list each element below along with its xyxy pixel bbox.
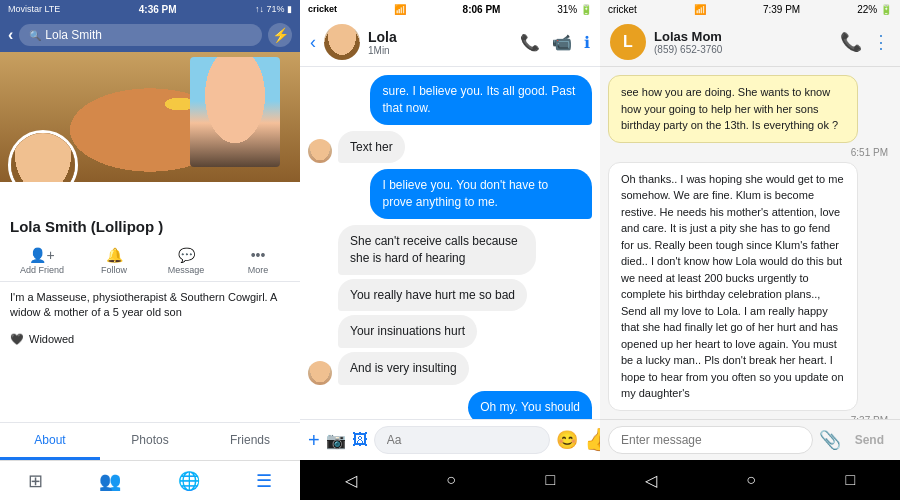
sms-input-field[interactable] [608, 426, 813, 454]
home-icon[interactable]: ⊞ [28, 470, 43, 492]
fb-status-bar: Movistar LTE 4:36 PM ↑↓ 71% ▮ [0, 0, 300, 18]
msg-battery-icon: 31% 🔋 [557, 4, 592, 15]
msg-header-actions: 📞 📹 ℹ [520, 33, 590, 52]
sms-contact-info: Lolas Mom (859) 652-3760 [654, 29, 832, 55]
send-button[interactable]: Send [847, 429, 892, 451]
msg-contact-status: 1Min [368, 45, 512, 56]
fb-bio: I'm a Masseuse, physiotherapist & Southe… [0, 282, 300, 329]
tab-friends[interactable]: Friends [200, 423, 300, 460]
table-row: Oh my. You should [308, 391, 592, 419]
sms-recents-nav-icon[interactable]: □ [846, 471, 856, 489]
sms-header: L Lolas Mom (859) 652-3760 📞 ⋮ [600, 18, 900, 67]
sms-contact-name: Lolas Mom [654, 29, 832, 44]
msg-bubble-sent: I believe you. You don't have to prove a… [370, 169, 592, 219]
emoji-button[interactable]: 😊 [556, 429, 578, 451]
table-row: I believe you. You don't have to prove a… [308, 169, 592, 219]
add-friend-label: Add Friend [20, 265, 64, 275]
friends-icon[interactable]: 👥 [99, 470, 121, 492]
fb-action-buttons: 👤+ Add Friend 🔔 Follow 💬 Message ••• Mor… [0, 241, 300, 282]
add-media-button[interactable]: + [308, 429, 320, 452]
sms-home-nav-icon[interactable]: ○ [746, 471, 756, 489]
home-nav-icon[interactable]: ○ [446, 471, 456, 489]
msg-back-button[interactable]: ‹ [310, 32, 316, 53]
message-label: Message [168, 265, 205, 275]
fb-carrier: Movistar LTE [8, 4, 60, 14]
msg-network-icon: 📶 [394, 4, 406, 15]
fb-time: 4:36 PM [139, 4, 177, 15]
tab-about[interactable]: About [0, 423, 100, 460]
like-button[interactable]: 👍 [584, 427, 600, 453]
heart-icon: 🖤 [10, 333, 24, 346]
sms-carrier: cricket [608, 4, 637, 15]
sms-input-bar: 📎 Send [600, 419, 900, 460]
fb-search-input[interactable]: 🔍 Lola Smith [19, 24, 262, 46]
msg-input-field[interactable] [374, 426, 550, 454]
fb-relationship-status: 🖤 Widowed [0, 329, 300, 350]
add-friend-button[interactable]: 👤+ Add Friend [8, 247, 76, 275]
fb-cover-child-photo [190, 57, 280, 167]
sms-status-bar: cricket 📶 7:39 PM 22% 🔋 [600, 0, 900, 18]
msg-contact-info: Lola 1Min [368, 29, 512, 56]
sms-signal-icon: 📶 [694, 4, 706, 15]
sms-header-actions: 📞 ⋮ [840, 31, 890, 53]
follow-button[interactable]: 🔔 Follow [80, 247, 148, 275]
tab-photos[interactable]: Photos [100, 423, 200, 460]
back-nav-icon[interactable]: ◁ [345, 471, 357, 490]
sms-phone-icon[interactable]: 📞 [840, 31, 862, 53]
gallery-button[interactable]: 🖼 [352, 431, 368, 449]
sms-back-nav-icon[interactable]: ◁ [645, 471, 657, 490]
fb-cover-photo [0, 52, 300, 182]
camera-button[interactable]: 📷 [326, 431, 346, 450]
sms-more-icon[interactable]: ⋮ [872, 31, 890, 53]
msg-carrier: cricket [308, 4, 337, 14]
facebook-profile-panel: Movistar LTE 4:36 PM ↑↓ 71% ▮ ‹ 🔍 Lola S… [0, 0, 300, 500]
fb-search-text: Lola Smith [45, 28, 102, 42]
more-button[interactable]: ••• More [224, 247, 292, 275]
attach-button[interactable]: 📎 [819, 429, 841, 451]
fb-profile-name: Lola Smith (Lollipop ) [10, 218, 290, 235]
fb-messenger-icon[interactable]: ⚡ [268, 23, 292, 47]
fb-profile-tabs: About Photos Friends [0, 422, 300, 460]
globe-icon[interactable]: 🌐 [178, 470, 200, 492]
sms-timestamp-1: 6:51 PM [608, 147, 892, 158]
fb-relationship-text: Widowed [29, 333, 74, 345]
table-row: She can't receive calls because she is h… [308, 225, 592, 385]
msg-bubble-received: And is very insulting [338, 352, 469, 385]
fb-search-bar: ‹ 🔍 Lola Smith ⚡ [0, 18, 300, 52]
msg-row-avatar [308, 361, 332, 385]
fb-back-button[interactable]: ‹ [8, 26, 13, 44]
menu-icon[interactable]: ☰ [256, 470, 272, 492]
sms-body: see how you are doing. She wants to know… [600, 67, 900, 419]
sms-contact-avatar: L [610, 24, 646, 60]
add-friend-icon: 👤+ [29, 247, 54, 263]
recents-nav-icon[interactable]: □ [546, 471, 556, 489]
msg-contact-name: Lola [368, 29, 512, 45]
msg-bubble-received: Text her [338, 131, 405, 164]
search-icon: 🔍 [29, 30, 41, 41]
msg-input-bar: + 📷 🖼 😊 👍 [300, 419, 600, 460]
sms-battery-icon: 22% 🔋 [857, 4, 892, 15]
message-button[interactable]: 💬 Message [152, 247, 220, 275]
msg-row-avatar [308, 139, 332, 163]
msg-bubble-sent: sure. I believe you. Its all good. Past … [370, 75, 592, 125]
sms-time: 7:39 PM [763, 4, 800, 15]
phone-icon[interactable]: 📞 [520, 33, 540, 52]
follow-icon: 🔔 [106, 247, 123, 263]
message-icon: 💬 [178, 247, 195, 263]
fb-icons: ↑↓ 71% ▮ [255, 4, 292, 14]
fb-bottom-nav: ⊞ 👥 🌐 ☰ [0, 460, 300, 500]
fb-avatar-image [11, 133, 75, 182]
follow-label: Follow [101, 265, 127, 275]
msg-bubble-received: You really have hurt me so bad [338, 279, 527, 312]
list-item: Oh thanks.. I was hoping she would get t… [608, 162, 858, 411]
messenger-chat-panel: cricket 📶 8:06 PM 31% 🔋 ‹ Lola 1Min 📞 📹 … [300, 0, 600, 500]
list-item: see how you are doing. She wants to know… [608, 75, 858, 143]
fb-profile-info: Lola Smith (Lollipop ) [0, 210, 300, 241]
info-icon[interactable]: ℹ [584, 33, 590, 52]
more-icon: ••• [251, 247, 266, 263]
table-row: Text her [308, 131, 592, 164]
msg-body: sure. I believe you. Its all good. Past … [300, 67, 600, 419]
msg-contact-avatar [324, 24, 360, 60]
video-icon[interactable]: 📹 [552, 33, 572, 52]
more-label: More [248, 265, 269, 275]
